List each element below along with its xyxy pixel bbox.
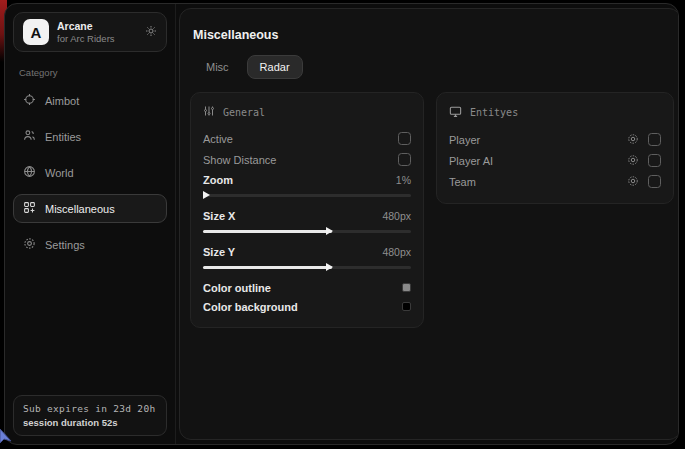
- gear-icon: [23, 237, 36, 252]
- sidebar-item-label: Miscellaneous: [45, 203, 115, 215]
- size-x-value: 480px: [382, 210, 411, 222]
- entities-card-title: Entityes: [470, 107, 518, 118]
- crosshair-icon: [23, 93, 36, 108]
- color-outline-label: Color outline: [203, 282, 271, 294]
- team-checkbox[interactable]: [648, 175, 661, 188]
- player-ai-gear-icon[interactable]: [627, 152, 639, 170]
- sub-expires-text: Sub expires in 23d 20h: [23, 403, 157, 414]
- zoom-label: Zoom: [203, 174, 233, 186]
- active-checkbox[interactable]: [398, 132, 411, 145]
- zoom-slider-thumb[interactable]: [203, 191, 210, 199]
- color-background-row: Color background: [203, 297, 411, 316]
- tab-misc[interactable]: Misc: [193, 55, 242, 79]
- color-background-swatch[interactable]: [402, 302, 411, 311]
- sidebar-item-aimbot[interactable]: Aimbot: [13, 86, 167, 115]
- color-background-label: Color background: [203, 301, 298, 313]
- general-card: General Active Show Distance Zoom: [190, 92, 424, 328]
- globe-icon: [23, 165, 36, 180]
- general-card-title: General: [223, 107, 265, 118]
- team-gear-icon[interactable]: [627, 173, 639, 191]
- size-y-value: 480px: [382, 246, 411, 258]
- player-ai-checkbox[interactable]: [648, 154, 661, 167]
- profile-card: A Arcane for Arc Riders: [13, 12, 167, 52]
- zoom-value: 1%: [396, 174, 411, 186]
- size-y-label: Size Y: [203, 246, 235, 258]
- sidebar-item-label: World: [45, 167, 74, 179]
- active-row: Active: [203, 128, 411, 149]
- grid-icon: [23, 201, 36, 216]
- app-window: A Arcane for Arc Riders Category: [4, 3, 679, 445]
- player-checkbox[interactable]: [648, 133, 661, 146]
- size-y-slider-thumb[interactable]: [326, 263, 333, 271]
- sidebar-item-label: Entities: [45, 131, 81, 143]
- active-label: Active: [203, 133, 233, 145]
- size-y-slider[interactable]: [203, 262, 411, 272]
- app-title: Arcane: [57, 20, 137, 33]
- sidebar-item-entities[interactable]: Entities: [13, 122, 167, 151]
- page-title: Miscellaneous: [193, 28, 674, 42]
- sidebar: A Arcane for Arc Riders Category: [5, 4, 176, 444]
- sidebar-item-miscellaneous[interactable]: Miscellaneous: [13, 194, 167, 223]
- subscription-card: Sub expires in 23d 20h session duration …: [13, 395, 167, 436]
- main-area: Miscellaneous Misc Radar: [176, 4, 679, 444]
- zoom-slider[interactable]: [203, 190, 411, 200]
- player-ai-label: Player AI: [449, 155, 493, 167]
- team-label: Team: [449, 176, 476, 188]
- profile-gear-icon[interactable]: [145, 23, 157, 41]
- size-x-slider-thumb[interactable]: [326, 227, 333, 235]
- tab-radar[interactable]: Radar: [247, 55, 303, 79]
- player-gear-icon[interactable]: [627, 131, 639, 149]
- size-y-row: Size Y 480px: [203, 242, 411, 261]
- show-distance-label: Show Distance: [203, 154, 276, 166]
- tab-bar: Misc Radar: [193, 55, 674, 79]
- entities-icon: [23, 129, 36, 144]
- color-outline-swatch[interactable]: [402, 283, 411, 292]
- session-duration-text: session duration 52s: [23, 417, 157, 428]
- size-x-slider[interactable]: [203, 226, 411, 236]
- sidebar-item-world[interactable]: World: [13, 158, 167, 187]
- size-x-label: Size X: [203, 210, 235, 222]
- zoom-row: Zoom 1%: [203, 170, 411, 189]
- category-label: Category: [19, 67, 161, 78]
- player-row: Player: [449, 129, 661, 150]
- entities-card: Entityes Player: [436, 92, 674, 204]
- show-distance-checkbox[interactable]: [398, 153, 411, 166]
- screen: A Arcane for Arc Riders Category: [0, 0, 685, 449]
- main-panel: Miscellaneous Misc Radar: [179, 8, 679, 440]
- sidebar-item-label: Settings: [45, 239, 85, 251]
- sidebar-item-label: Aimbot: [45, 95, 79, 107]
- player-ai-row: Player AI: [449, 150, 661, 171]
- show-distance-row: Show Distance: [203, 149, 411, 170]
- color-outline-row: Color outline: [203, 278, 411, 297]
- app-subtitle: for Arc Riders: [57, 33, 137, 45]
- monitor-icon: [449, 105, 462, 120]
- team-row: Team: [449, 171, 661, 192]
- sliders-icon: [203, 105, 215, 119]
- mouse-cursor: [0, 429, 12, 449]
- app-logo: A: [23, 19, 49, 45]
- sidebar-item-settings[interactable]: Settings: [13, 230, 167, 259]
- player-label: Player: [449, 134, 480, 146]
- size-x-row: Size X 480px: [203, 206, 411, 225]
